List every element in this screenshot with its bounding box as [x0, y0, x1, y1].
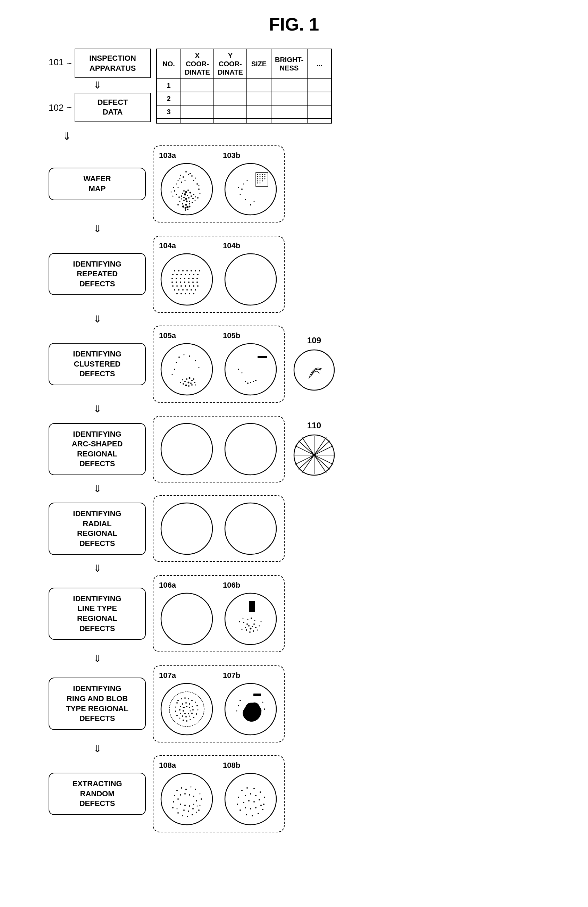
svg-point-132 — [225, 254, 276, 305]
svg-point-255 — [236, 710, 237, 711]
svg-point-154 — [195, 385, 196, 386]
svg-point-68 — [257, 178, 258, 179]
svg-point-204 — [259, 625, 260, 626]
svg-point-314 — [255, 807, 256, 808]
step-clustered: IDENTIFYINGCLUSTEREDDEFECTS 105a — [49, 325, 560, 416]
svg-point-291 — [225, 773, 276, 825]
wafer-104b-svg — [223, 252, 279, 307]
step-ring-blob: IDENTIFYINGRING AND BLOBTYPE REGIONALDEF… — [49, 665, 560, 756]
svg-point-153 — [191, 384, 193, 386]
svg-point-280 — [177, 798, 179, 800]
svg-point-224 — [186, 720, 187, 722]
svg-point-73 — [260, 181, 261, 181]
step-line: IDENTIFYINGLINE TYPEREGIONALDEFECTS 106a… — [49, 575, 560, 665]
svg-point-260 — [181, 787, 182, 788]
table-header-no: NO. — [157, 49, 181, 79]
svg-point-9 — [197, 183, 198, 185]
svg-point-301 — [246, 814, 247, 816]
svg-point-119 — [193, 285, 194, 287]
svg-point-188 — [161, 593, 212, 644]
label-107a: 107a — [159, 671, 176, 680]
svg-rect-252 — [253, 694, 261, 696]
svg-point-249 — [183, 710, 184, 711]
svg-point-257 — [264, 708, 265, 710]
svg-point-76 — [260, 183, 261, 184]
svg-point-28 — [189, 200, 190, 202]
svg-point-75 — [257, 183, 258, 184]
svg-point-235 — [192, 709, 194, 710]
step-arc: IDENTIFYINGARC-SHAPEDREGIONALDEFECTS — [49, 416, 560, 496]
svg-point-45 — [185, 209, 186, 211]
svg-point-1 — [183, 176, 184, 178]
svg-point-287 — [183, 809, 185, 811]
svg-point-309 — [248, 800, 250, 801]
svg-point-302 — [252, 815, 253, 816]
label-108b: 108b — [223, 761, 240, 770]
table-row: 2 — [157, 92, 332, 105]
svg-point-116 — [181, 285, 182, 287]
svg-point-24 — [191, 196, 192, 197]
label-107b: 107b — [223, 671, 240, 680]
svg-point-15 — [187, 189, 189, 191]
svg-point-88 — [182, 270, 184, 271]
svg-point-61 — [260, 174, 261, 175]
label-109: 109 — [307, 336, 321, 345]
label-103b: 103b — [223, 151, 240, 160]
wafer-105a-svg — [159, 341, 215, 397]
svg-point-146 — [190, 383, 192, 384]
svg-point-152 — [188, 385, 189, 387]
svg-point-12 — [176, 194, 177, 195]
wafer-item-radial-b — [223, 501, 279, 556]
svg-point-31 — [181, 199, 182, 200]
repeated-box: IDENTIFYINGREPEATEDDEFECTS — [49, 253, 146, 295]
svg-point-84 — [244, 184, 244, 185]
svg-point-63 — [264, 174, 266, 175]
svg-point-8 — [193, 180, 194, 181]
svg-point-34 — [177, 204, 179, 205]
svg-point-46 — [173, 196, 173, 197]
svg-point-16 — [182, 193, 183, 194]
wafer-103b-svg — [223, 162, 279, 217]
svg-point-277 — [184, 793, 186, 795]
svg-point-240 — [180, 713, 181, 714]
svg-point-196 — [252, 626, 253, 627]
svg-point-134 — [178, 356, 180, 358]
svg-point-42 — [186, 206, 189, 208]
svg-point-295 — [260, 792, 261, 793]
svg-point-60 — [257, 174, 258, 175]
arrow-clustered-to-arc: ⇓ — [49, 403, 146, 415]
svg-point-286 — [177, 808, 178, 809]
svg-point-293 — [247, 787, 248, 788]
svg-point-256 — [263, 702, 263, 703]
svg-point-51 — [197, 197, 199, 199]
svg-point-30 — [183, 200, 185, 201]
svg-point-48 — [173, 187, 174, 188]
svg-point-296 — [238, 796, 239, 798]
svg-point-216 — [188, 698, 189, 699]
wafer-item-107b: 107b — [223, 671, 279, 737]
svg-point-308 — [243, 802, 244, 803]
ring-blob-box: IDENTIFYINGRING AND BLOBTYPE REGIONALDEF… — [49, 678, 146, 730]
svg-point-247 — [188, 713, 189, 714]
label-110: 110 — [307, 421, 321, 430]
svg-point-306 — [250, 793, 251, 795]
svg-point-43 — [189, 206, 191, 208]
svg-point-228 — [175, 710, 176, 712]
svg-point-214 — [181, 698, 182, 699]
svg-point-33 — [179, 201, 181, 202]
svg-point-155 — [180, 382, 181, 383]
arrow-wafer-to-repeated: ⇓ — [49, 223, 146, 235]
svg-point-223 — [190, 719, 191, 720]
svg-point-39 — [195, 200, 196, 201]
svg-point-162 — [253, 381, 254, 382]
svg-point-272 — [182, 816, 183, 816]
arrow-defect-to-wafer: ⇓ — [28, 130, 560, 142]
arrow-radial-to-line: ⇓ — [49, 562, 146, 574]
wafer-106a-svg — [159, 591, 215, 647]
svg-point-313 — [250, 808, 251, 809]
svg-point-14 — [185, 191, 187, 193]
svg-point-74 — [262, 181, 263, 181]
svg-point-197 — [253, 623, 255, 625]
wafer-item-107a: 107a — [159, 671, 215, 737]
svg-point-168 — [225, 423, 276, 475]
